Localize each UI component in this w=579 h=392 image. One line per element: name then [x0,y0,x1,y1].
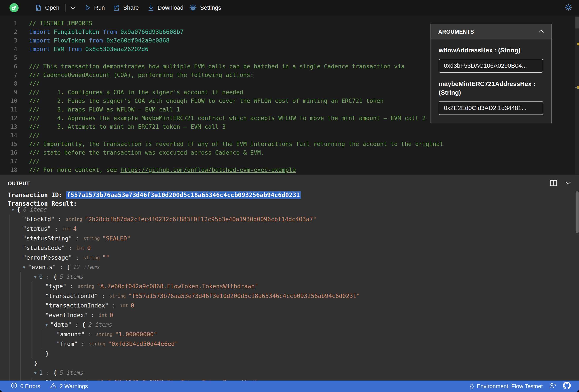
code-token: from [89,37,106,44]
indent-guide [32,378,43,381]
json-colon: : [65,243,75,253]
code-area[interactable]: // TESTNET IMPORTSimport FungibleToken f… [29,19,443,174]
json-colon: : [87,311,98,320]
collapse-arrow-icon[interactable]: ▼ [23,262,25,272]
arguments-panel-header[interactable]: ARGUMENTS [431,24,551,40]
collapse-arrow-icon[interactable]: ▼ [34,368,36,378]
indent-guide [32,330,43,339]
code-token: import [29,46,54,53]
open-button[interactable]: Open [35,4,59,11]
code-line: import EVM from 0x8c5303eaa26202d6 [29,45,443,54]
indent-guide [9,349,20,359]
json-value: "0xfd3b4cd50d44e6ed" [108,339,178,349]
warnings-status[interactable]: 2 Warnings [50,382,88,390]
json-open-brace: [ [67,262,70,272]
code-token: /// Importantly, the transaction is reve… [29,141,443,147]
json-row-content: ▼{6 items [9,205,47,215]
transaction-id-value[interactable]: f557a1573b76aa53e73d46f3e10d200d5c18a653… [66,191,301,199]
open-dropdown-chevron-icon[interactable] [70,6,76,9]
json-tree-row: "eventIndex" : int0 [9,311,573,320]
download-button[interactable]: Download [147,4,184,11]
indent-guide [9,224,20,234]
json-open-brace: { [17,205,20,215]
json-key: "transactionId" [45,291,98,301]
json-row-content: "transactionId" : string"f557a1573b76aa5… [43,291,360,301]
json-row-content: "eventIndex" : int0 [43,311,113,320]
json-tree-row: ▼"data" : {2 items [9,320,573,330]
wflow-address-input[interactable] [439,59,543,73]
argument-label: wflowAddressHex : (String) [439,46,543,55]
json-open-brace: { [53,368,57,378]
indent-guide [20,291,32,301]
indent-guide [9,243,20,253]
code-line: /// This transaction demonstrates how mu… [29,62,443,71]
line-number: 11 [0,105,17,114]
json-colon: : [98,291,109,301]
split-panel-icon[interactable] [550,180,557,187]
code-token: import [29,37,54,44]
share-icon [113,4,120,11]
indent-guide [9,253,20,263]
code-token: from [68,46,85,53]
json-tree-row: "type" : string"A.7e60df042a9c0868.FlowT… [9,378,573,381]
json-value: "" [102,253,109,263]
line-number: 17 [0,157,17,166]
code-token: /// 4. Approves the example MaybeMintERC… [29,115,426,121]
collapse-arrow-icon[interactable]: ▼ [12,205,14,215]
code-line: // TESTNET IMPORTS [29,19,443,28]
json-result-tree: ▼{6 items"blockId" : string"2b28cbfb87da… [8,205,573,381]
collapse-arrow-icon[interactable]: ▼ [34,272,36,282]
editor-scrollbar-thumb[interactable] [575,17,579,28]
flow-logo-icon[interactable] [9,3,19,12]
line-number: 14 [0,131,17,140]
run-label: Run [94,4,105,11]
code-token: /// CadenceOwnedAccount (COA), performin… [29,72,254,78]
editor-scrollbar[interactable] [575,15,579,175]
json-row-content: "transactionIndex" : int0 [43,301,134,311]
output-title: OUTPUT [8,180,30,186]
json-value-type: string [96,330,112,339]
download-label: Download [158,4,184,11]
code-token: 0x9a0766d93b6608b7 [121,28,184,35]
json-item-count: 5 items [60,368,83,378]
code-token: EVM [54,46,68,53]
warnings-label: 2 Warnings [60,383,88,390]
user-feedback-icon[interactable] [549,382,557,391]
json-tree-row: } [9,349,573,359]
output-panel: OUTPUT Transaction ID: f557a1573b76aa53e… [0,175,579,381]
json-value-type: string [83,234,100,243]
output-scrollbar-thumb[interactable] [576,191,579,233]
collapse-arrow-icon[interactable]: ▼ [45,320,48,330]
code-token: /// 5. Attempts to mint an ERC721 token … [29,123,226,130]
json-tree-row: } [9,358,573,368]
collapse-output-chevron-icon[interactable] [565,181,571,186]
json-tree-row: ▼"events" : [12 items [9,262,573,272]
json-tree-row: "statusCode" : int0 [9,243,573,253]
json-key: "data" [50,320,72,330]
environment-status[interactable]: {} Environment: Flow Testnet [470,383,543,390]
chevron-up-icon[interactable] [538,30,544,34]
code-token: 0x8c5303eaa26202d6 [85,46,148,53]
code-link[interactable]: https://github.com/onflow/batched-evm-ex… [121,167,296,173]
maybemint-address-input[interactable] [439,101,543,115]
json-item-count: 5 items [60,272,83,282]
code-line: /// [29,157,443,166]
json-item-count: 12 items [73,262,100,272]
output-header: OUTPUT [0,175,579,192]
json-row-content: "statusString" : string"SEALED" [20,234,130,243]
run-button[interactable]: Run [84,4,105,11]
errors-status[interactable]: 0 Errors [11,382,40,390]
code-token: from [103,28,120,35]
theme-toggle-button[interactable] [564,3,573,12]
settings-label: Settings [200,4,221,11]
json-row-content: "errorMessage" : string"" [20,253,109,263]
indent-guide [43,330,54,339]
github-icon[interactable] [563,382,571,391]
indent-guide [32,291,43,301]
settings-button[interactable]: Settings [189,4,221,12]
indent-guide [32,281,43,291]
code-line: /// CadenceOwnedAccount (COA), performin… [29,71,443,79]
open-label: Open [45,4,59,11]
share-button[interactable]: Share [113,4,139,11]
line-number: 4 [0,45,17,54]
